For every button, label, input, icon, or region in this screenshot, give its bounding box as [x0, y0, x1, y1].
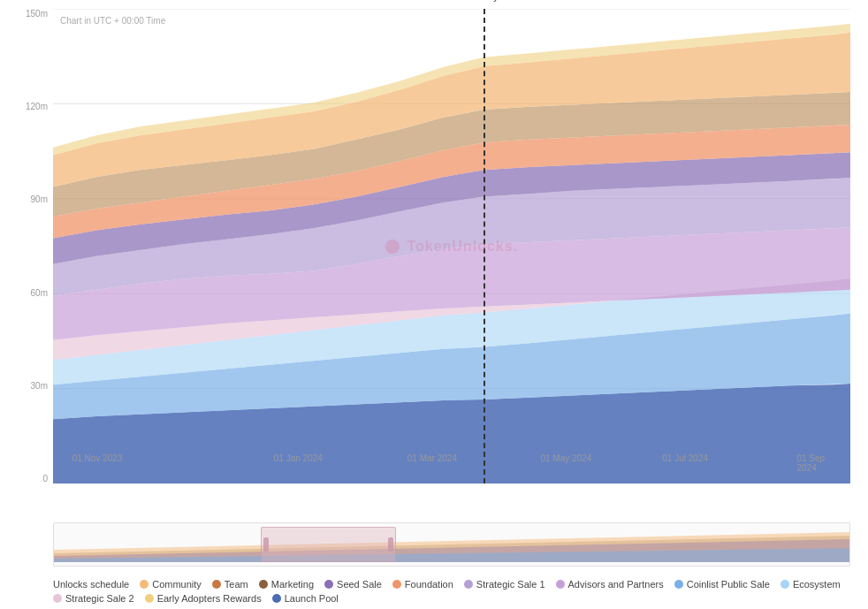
y-label-60m: 60m: [9, 288, 53, 298]
scrollbar-thumb[interactable]: [261, 527, 396, 562]
chart-area: 0 30m 60m 90m 120m 150m Chart in UTC + 0…: [9, 9, 859, 519]
legend-label-advisors: Advisors and Partners: [568, 579, 664, 590]
legend-label-marketing: Marketing: [271, 579, 314, 590]
legend-label-seed-sale: Seed Sale: [337, 579, 382, 590]
mini-chart: [54, 523, 849, 562]
legend-item-strategic-sale-2: Strategic Sale 2: [53, 593, 134, 604]
legend-item-foundation: Foundation: [392, 579, 453, 590]
watermark-icon: [385, 240, 400, 254]
y-label-0: 0: [9, 474, 53, 483]
watermark-text: TokenUnlocks.: [407, 239, 518, 254]
legend-dot-team: [212, 580, 221, 589]
legend-dot-ecosystem: [780, 580, 789, 589]
legend-item-community: Community: [140, 579, 202, 590]
legend-item-marketing: Marketing: [259, 579, 314, 590]
legend-label-coinlist: Coinlist Public Sale: [687, 579, 770, 590]
legend-dot-launch-pool: [272, 594, 281, 603]
legend: Unlocks schedule Community Team Marketin…: [9, 574, 859, 609]
legend-item-advisors: Advisors and Partners: [556, 579, 664, 590]
legend-label-ecosystem: Ecosystem: [793, 579, 841, 590]
legend-dot-early-adopters: [145, 594, 154, 603]
legend-label-strategic-sale-1: Strategic Sale 1: [476, 579, 545, 590]
legend-dot-coinlist: [674, 580, 683, 589]
legend-item-unlocks-schedule: Unlocks schedule: [53, 579, 129, 590]
y-label-120m: 120m: [9, 102, 53, 111]
y-label-90m: 90m: [9, 194, 53, 204]
legend-item-early-adopters: Early Adopters Rewards: [145, 593, 262, 604]
chart-note: Chart in UTC + 00:00 Time: [60, 16, 165, 26]
x-label-mar2024: 01 Mar 2024: [407, 453, 457, 463]
legend-item-ecosystem: Ecosystem: [780, 579, 841, 590]
legend-dot-strategic-sale-1: [464, 580, 473, 589]
legend-item-team: Team: [212, 579, 248, 590]
legend-label-early-adopters: Early Adopters Rewards: [157, 593, 262, 604]
chart-inner: Chart in UTC + 00:00 Time Today TokenUnl…: [53, 9, 850, 483]
y-axis: 0 30m 60m 90m 120m 150m: [9, 9, 53, 483]
y-label-150m: 150m: [9, 9, 53, 19]
legend-dot-seed-sale: [324, 580, 333, 589]
legend-dot-community: [140, 580, 148, 589]
x-label-jan2024: 01 Jan 2024: [274, 453, 323, 463]
legend-label-foundation: Foundation: [405, 579, 453, 590]
legend-label-community: Community: [152, 579, 202, 590]
scrollbar-area[interactable]: [53, 522, 850, 567]
legend-dot-marketing: [259, 580, 268, 589]
x-label-may2024: 01 May 2024: [541, 453, 592, 463]
x-label-jul2024: 01 Jul 2024: [662, 453, 708, 463]
legend-item-seed-sale: Seed Sale: [324, 579, 382, 590]
legend-label-team: Team: [225, 579, 248, 590]
legend-dot-foundation: [392, 580, 401, 589]
x-axis: 01 Nov 2023 01 Jan 2024 01 Mar 2024 01 M…: [97, 448, 841, 483]
legend-label-strategic-sale-2: Strategic Sale 2: [65, 593, 134, 604]
legend-item-launch-pool: Launch Pool: [272, 593, 339, 604]
today-label: Today: [472, 0, 498, 2]
legend-dot-advisors: [556, 580, 565, 589]
legend-label-unlocks-schedule: Unlocks schedule: [53, 579, 129, 590]
legend-item-strategic-sale-1: Strategic Sale 1: [464, 579, 545, 590]
watermark: TokenUnlocks.: [385, 239, 518, 255]
legend-label-launch-pool: Launch Pool: [285, 593, 339, 604]
x-label-sep2024: 01 Sep 2024: [796, 453, 826, 473]
x-label-nov2023: 01 Nov 2023: [72, 453, 123, 463]
legend-item-coinlist: Coinlist Public Sale: [674, 579, 770, 590]
scrollbar-handle-left[interactable]: [263, 537, 269, 552]
legend-dot-strategic-sale-2: [53, 594, 62, 603]
y-label-30m: 30m: [9, 381, 53, 391]
chart-container: 0 30m 60m 90m 120m 150m Chart in UTC + 0…: [0, 0, 868, 609]
scrollbar-handle-right[interactable]: [388, 537, 393, 552]
